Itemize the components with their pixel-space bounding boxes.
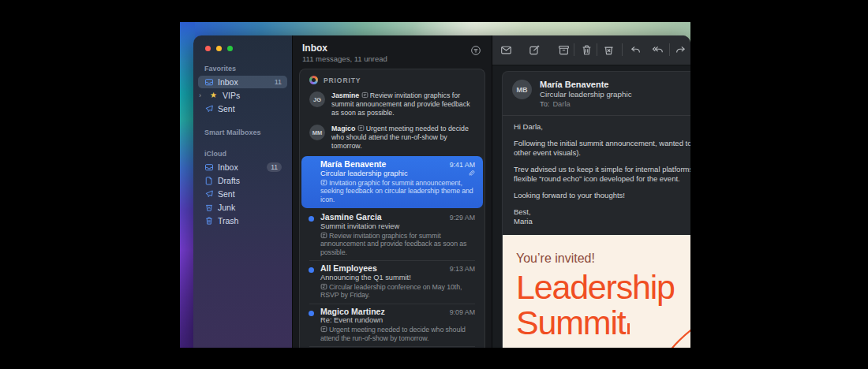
avatar: MB: [512, 80, 532, 99]
envelope-icon[interactable]: [500, 44, 512, 56]
message-sender: María Benavente: [320, 160, 386, 170]
email-body: Hi Darla, Following the initial summit a…: [503, 116, 690, 235]
reply-all-icon[interactable]: [652, 44, 664, 56]
screenshot-canvas: { "colors": { "selection_blue": "#2d6ae3…: [0, 0, 868, 369]
message-subject: Announcing the Q1 summit!: [320, 274, 411, 282]
reading-pane: MB María Benavente Circular leadership g…: [492, 35, 690, 348]
summary-icon: [357, 125, 365, 131]
priority-sender: Magico: [331, 125, 355, 132]
email-content-card: MB María Benavente Circular leadership g…: [502, 71, 690, 348]
mail-toolbar: [492, 35, 690, 65]
toolbar-separator: [622, 43, 623, 56]
trash-icon: [204, 216, 214, 226]
sidebar-item-drafts[interactable]: Drafts: [198, 174, 287, 187]
message-time: 9:41 AM: [450, 161, 475, 169]
priority-intelligence-icon: [309, 76, 318, 84]
forward-icon[interactable]: [675, 44, 687, 56]
star-icon: ★: [208, 91, 219, 100]
message-sender: All Employees: [320, 264, 377, 274]
minimize-window-button[interactable]: [216, 46, 222, 51]
sidebar-item-trash[interactable]: Trash: [198, 214, 287, 227]
inbox-tray-icon: [204, 77, 214, 87]
sidebar-section-smart-mailboxes: Smart Mailboxes: [193, 129, 292, 136]
message-row-selected[interactable]: María Benavente 9:41 AM Circular leaders…: [301, 156, 483, 208]
sidebar-item-label: Sent: [218, 189, 235, 199]
message-time: 9:09 AM: [450, 308, 475, 316]
inbox-tray-icon: [204, 162, 214, 172]
chevron-right-icon[interactable]: ›: [199, 91, 204, 99]
body-paragraph: Trev advised us to keep it simple for in…: [514, 165, 690, 184]
message-list-header: Inbox 111 messages, 11 unread: [293, 35, 492, 69]
sidebar-item-label: VIPs: [223, 91, 240, 100]
message-time: 9:29 AM: [450, 214, 475, 222]
message-sender: Magico Martinez: [320, 308, 385, 317]
compose-icon[interactable]: [529, 44, 541, 56]
message-summary: Urgent meeting needed to decide who shou…: [320, 326, 466, 342]
sidebar-item-junk[interactable]: Junk: [198, 201, 287, 214]
email-recipient[interactable]: Darla: [552, 100, 570, 108]
window-traffic-lights: [193, 46, 292, 51]
close-window-button[interactable]: [205, 46, 211, 51]
paperplane-icon: [204, 104, 214, 114]
sidebar-item-sent-favorites[interactable]: Sent: [198, 102, 287, 115]
priority-item[interactable]: MM Magico Urgent meeting needed to decid…: [300, 121, 485, 155]
mailbox-message-count: 111 messages, 11 unread: [302, 54, 482, 63]
message-row[interactable]: All Employees 9:13 AM Announcing the Q1 …: [300, 261, 485, 304]
summary-icon: [361, 91, 369, 98]
sidebar-item-label: Inbox: [218, 162, 238, 172]
message-sender: Jasmine Garcia: [320, 213, 382, 222]
message-subject: Re: Event rundown: [320, 316, 383, 325]
summary-icon: [320, 326, 327, 332]
message-summary: Circular leadership conference on May 10…: [320, 283, 462, 300]
priority-item[interactable]: JG Jasmine Review invitation graphics fo…: [300, 88, 485, 121]
trash-icon[interactable]: [581, 44, 593, 56]
archive-icon[interactable]: [558, 44, 570, 56]
invite-eyebrow-text: You’re invited!: [516, 252, 690, 266]
message-list-panel: Inbox 111 messages, 11 unread PRIORITY J…: [292, 35, 492, 348]
junk-bin-icon: [204, 203, 214, 212]
unread-dot: [309, 216, 314, 222]
sidebar-item-vips[interactable]: › ★ VIPs: [198, 89, 287, 102]
mailbox-title: Inbox: [302, 43, 482, 54]
summary-icon: [320, 283, 327, 289]
invite-title-text: LeadershipSummit: [516, 270, 690, 341]
message-summary: Review invitation graphics for summit an…: [320, 232, 466, 256]
zoom-window-button[interactable]: [227, 46, 233, 51]
message-row[interactable]: Jasmine Garcia 9:29 AM Summit invitation…: [300, 210, 485, 260]
sidebar-item-inbox-favorites[interactable]: Inbox 11: [198, 76, 287, 88]
mail-app-window: Favorites Inbox 11 › ★ VIPs Sent Smart M…: [193, 35, 690, 348]
message-row[interactable]: Magico Martinez 9:09 AM Re: Event rundow…: [300, 304, 485, 347]
sidebar-item-label: Trash: [218, 216, 238, 226]
junk-icon[interactable]: [603, 44, 615, 56]
message-summary: Invitation graphic for summit announceme…: [320, 179, 473, 203]
email-subject: Circular leadership graphic: [540, 90, 632, 99]
sidebar-item-sent-icloud[interactable]: Sent: [198, 188, 287, 200]
avatar: JG: [309, 91, 325, 107]
sidebar-item-label: Junk: [218, 203, 235, 212]
sidebar-item-label: Drafts: [218, 176, 240, 185]
priority-sender: Jasmine: [331, 91, 359, 99]
invitation-image: You’re invited! LeadershipSummit: [503, 235, 690, 348]
toolbar-separator: [574, 43, 574, 56]
toolbar-separator: [669, 43, 670, 56]
summary-icon: [320, 232, 327, 238]
body-paragraph: Hi Darla,: [514, 122, 690, 132]
message-subject: Circular leadership graphic: [320, 170, 408, 178]
priority-label: PRIORITY: [324, 76, 361, 84]
message-time: 9:13 AM: [450, 265, 475, 273]
filter-icon[interactable]: [470, 45, 481, 56]
sidebar-item-label: Inbox: [218, 77, 238, 87]
desktop-screenshot-region: Favorites Inbox 11 › ★ VIPs Sent Smart M…: [180, 22, 690, 348]
body-signature: Best,Maria: [514, 207, 690, 227]
sidebar-item-label: Sent: [218, 104, 235, 114]
email-header: MB María Benavente Circular leadership g…: [503, 72, 690, 116]
document-icon: [204, 176, 214, 185]
unread-count-badge: 11: [275, 78, 282, 86]
message-row[interactable]: Fleur Lasseur 8:57 AM Strategy deck v5 M…: [300, 347, 485, 348]
message-list-card: PRIORITY JG Jasmine Review invitation gr…: [299, 69, 485, 348]
sidebar-item-inbox-icloud[interactable]: Inbox 11: [198, 161, 287, 173]
message-subject: Summit invitation review: [320, 222, 399, 231]
priority-section-header: PRIORITY: [300, 69, 485, 88]
reply-icon[interactable]: [630, 44, 642, 56]
paperplane-icon: [204, 189, 214, 199]
